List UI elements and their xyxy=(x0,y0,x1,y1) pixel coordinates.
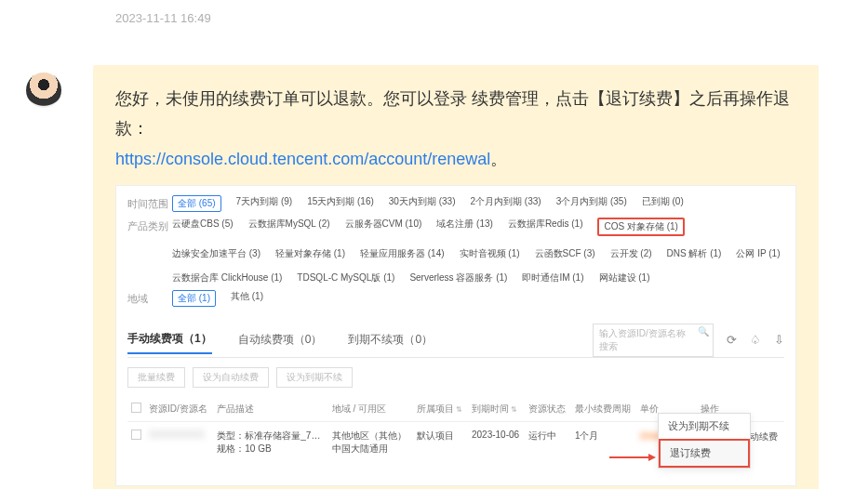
filter-time-values: 全部 (65)7天内到期 (9)15天内到期 (16)30天内到期 (33)2个… xyxy=(172,195,784,212)
renewal-console-screenshot: 时间范围 全部 (65)7天内到期 (9)15天内到期 (16)30天内到期 (… xyxy=(115,185,796,486)
more-dropdown: 设为到期不续 退订续费 xyxy=(658,413,751,469)
filter-chip[interactable]: 实时音视频 (1) xyxy=(460,247,520,260)
cell-resource-id xyxy=(145,421,213,467)
tab-auto[interactable]: 自动续费项（0） xyxy=(238,326,323,353)
filter-chip[interactable]: 公网 IP (1) xyxy=(736,247,780,260)
timestamp: 2023-11-11 16:49 xyxy=(115,11,211,25)
filter-chip[interactable]: 域名注册 (13) xyxy=(436,218,493,236)
cell-project: 默认项目 xyxy=(413,421,468,467)
avatar xyxy=(26,73,61,108)
filter-chip[interactable]: 网站建设 (1) xyxy=(599,271,650,284)
filter-chip[interactable]: 轻量对象存储 (1) xyxy=(275,247,345,260)
tab-none[interactable]: 到期不续项（0） xyxy=(348,326,433,353)
filter-chip[interactable]: 云硬盘CBS (5) xyxy=(172,218,234,236)
row-checkbox[interactable] xyxy=(131,430,141,440)
filter-time-label: 时间范围 xyxy=(127,195,172,211)
filter-chip[interactable]: 7天内到期 (9) xyxy=(236,195,293,212)
notify-icon[interactable]: ♤ xyxy=(750,333,761,347)
message-bubble: 您好，未使用的续费订单可以退款。您可以登录 续费管理，点击【退订续费】之后再操作… xyxy=(93,65,819,489)
batch-renew-button[interactable]: 批量续费 xyxy=(127,367,185,388)
filter-chip[interactable]: 云服务器CVM (10) xyxy=(345,218,422,236)
cell-expire: 2023-10-06 xyxy=(468,421,525,467)
filter-region-label: 地域 xyxy=(127,290,172,306)
filter-chip[interactable]: 边缘安全加速平台 (3) xyxy=(172,247,260,260)
cell-period: 1个月 xyxy=(571,421,636,467)
filter-chip[interactable]: DNS 解析 (1) xyxy=(667,247,722,260)
filter-chip[interactable]: 轻量应用服务器 (14) xyxy=(360,247,445,260)
filter-chip[interactable]: Serverless 容器服务 (1) xyxy=(409,271,507,284)
refresh-icon[interactable]: ⟳ xyxy=(727,333,737,347)
cell-region: 其他地区（其他） 中国大陆通用 xyxy=(328,421,413,467)
filter-chip[interactable]: 云数据库MySQL (2) xyxy=(248,218,330,236)
filter-chip[interactable]: 15天内到期 (16) xyxy=(307,195,374,212)
cell-status: 运行中 xyxy=(525,421,571,467)
cell-desc: 类型：标准存储容量_7… 规格：10 GB xyxy=(213,421,327,467)
message-text: 您好，未使用的续费订单可以退款。您可以登录 续费管理，点击【退订续费】之后再操作… xyxy=(115,84,796,144)
filter-product-label: 产品类别 xyxy=(127,218,172,233)
filter-chip[interactable]: 全部 (65) xyxy=(172,195,221,212)
filter-chip[interactable]: 30天内到期 (33) xyxy=(389,195,456,212)
filter-chip[interactable]: 云开发 (2) xyxy=(610,247,652,260)
filter-product-values: 云硬盘CBS (5)云数据库MySQL (2)云服务器CVM (10)域名注册 … xyxy=(172,218,784,284)
filter-chip[interactable]: 云数据库Redis (1) xyxy=(508,218,583,236)
download-icon[interactable]: ⇩ xyxy=(774,333,784,347)
search-input[interactable]: 输入资源ID/资源名称搜索 xyxy=(593,324,714,357)
renewal-tabs: 手动续费项（1） 自动续费项（0） 到期不续项（0） 输入资源ID/资源名称搜索… xyxy=(127,324,784,358)
filter-chip[interactable]: 3个月内到期 (35) xyxy=(556,195,627,212)
filter-chip[interactable]: 即时通信IM (1) xyxy=(522,271,583,284)
dropdown-refund-renew[interactable]: 退订续费 xyxy=(659,439,750,468)
filter-chip[interactable]: 云函数SCF (3) xyxy=(535,247,595,260)
set-no-renew-button[interactable]: 设为到期不续 xyxy=(276,367,353,388)
filter-chip[interactable]: 其他 (1) xyxy=(231,290,263,307)
filter-region-values: 全部 (1)其他 (1) xyxy=(172,290,784,307)
filter-chip[interactable]: 2个月内到期 (33) xyxy=(471,195,541,212)
filter-chip[interactable]: 已到期 (0) xyxy=(642,195,684,212)
filter-chip[interactable]: 全部 (1) xyxy=(172,290,216,307)
check-all[interactable] xyxy=(131,403,141,413)
filter-chip[interactable]: COS 对象存储 (1) xyxy=(597,218,684,236)
filter-chip[interactable]: TDSQL-C MySQL版 (1) xyxy=(297,271,394,284)
set-auto-button[interactable]: 设为自动续费 xyxy=(193,367,269,388)
tab-manual[interactable]: 手动续费项（1） xyxy=(127,325,212,354)
dropdown-no-renew[interactable]: 设为到期不续 xyxy=(659,414,750,439)
renewal-link[interactable]: https://console.cloud.tencent.com/accoun… xyxy=(115,148,507,170)
filter-chip[interactable]: 云数据合库 ClickHouse (1) xyxy=(172,271,282,284)
